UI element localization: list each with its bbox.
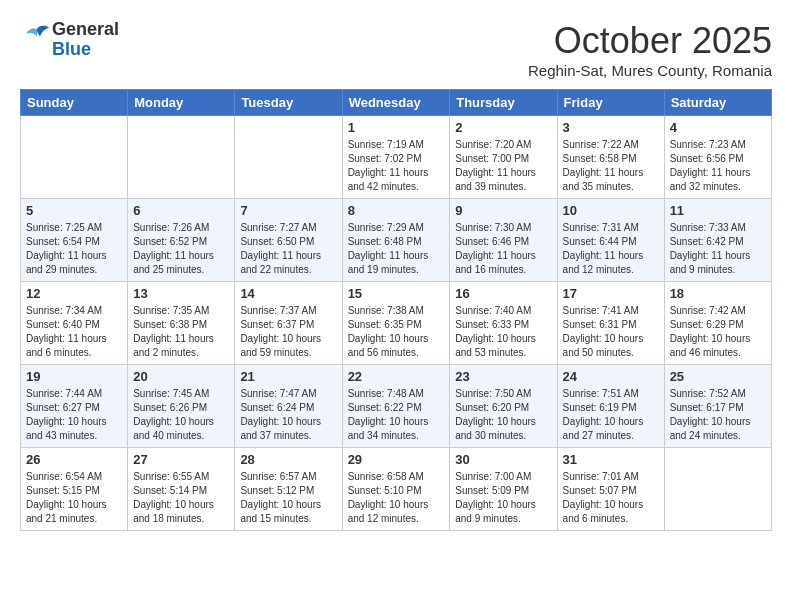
calendar-day-cell: 29Sunrise: 6:58 AMSunset: 5:10 PMDayligh… xyxy=(342,448,450,531)
day-number: 24 xyxy=(563,369,659,384)
day-number: 29 xyxy=(348,452,445,467)
calendar-day-cell xyxy=(664,448,771,531)
day-number: 15 xyxy=(348,286,445,301)
logo-icon xyxy=(22,23,52,53)
day-number: 21 xyxy=(240,369,336,384)
day-info: Sunrise: 7:22 AMSunset: 6:58 PMDaylight:… xyxy=(563,138,659,194)
day-info: Sunrise: 7:38 AMSunset: 6:35 PMDaylight:… xyxy=(348,304,445,360)
day-info: Sunrise: 7:51 AMSunset: 6:19 PMDaylight:… xyxy=(563,387,659,443)
day-info: Sunrise: 6:54 AMSunset: 5:15 PMDaylight:… xyxy=(26,470,122,526)
day-number: 31 xyxy=(563,452,659,467)
calendar-day-cell: 30Sunrise: 7:00 AMSunset: 5:09 PMDayligh… xyxy=(450,448,557,531)
calendar-day-cell xyxy=(21,116,128,199)
day-number: 3 xyxy=(563,120,659,135)
calendar-day-cell: 2Sunrise: 7:20 AMSunset: 7:00 PMDaylight… xyxy=(450,116,557,199)
day-number: 18 xyxy=(670,286,766,301)
location-subtitle: Reghin-Sat, Mures County, Romania xyxy=(528,62,772,79)
day-info: Sunrise: 6:57 AMSunset: 5:12 PMDaylight:… xyxy=(240,470,336,526)
calendar-day-cell: 31Sunrise: 7:01 AMSunset: 5:07 PMDayligh… xyxy=(557,448,664,531)
day-number: 20 xyxy=(133,369,229,384)
day-info: Sunrise: 7:42 AMSunset: 6:29 PMDaylight:… xyxy=(670,304,766,360)
calendar-day-cell: 16Sunrise: 7:40 AMSunset: 6:33 PMDayligh… xyxy=(450,282,557,365)
day-number: 26 xyxy=(26,452,122,467)
day-number: 8 xyxy=(348,203,445,218)
calendar-day-cell: 1Sunrise: 7:19 AMSunset: 7:02 PMDaylight… xyxy=(342,116,450,199)
calendar-day-cell: 19Sunrise: 7:44 AMSunset: 6:27 PMDayligh… xyxy=(21,365,128,448)
day-info: Sunrise: 7:37 AMSunset: 6:37 PMDaylight:… xyxy=(240,304,336,360)
logo-text: General Blue xyxy=(52,20,119,60)
calendar-day-cell: 4Sunrise: 7:23 AMSunset: 6:56 PMDaylight… xyxy=(664,116,771,199)
col-monday: Monday xyxy=(128,90,235,116)
day-info: Sunrise: 7:33 AMSunset: 6:42 PMDaylight:… xyxy=(670,221,766,277)
day-info: Sunrise: 7:01 AMSunset: 5:07 PMDaylight:… xyxy=(563,470,659,526)
calendar-day-cell: 11Sunrise: 7:33 AMSunset: 6:42 PMDayligh… xyxy=(664,199,771,282)
day-number: 9 xyxy=(455,203,551,218)
day-number: 19 xyxy=(26,369,122,384)
day-number: 12 xyxy=(26,286,122,301)
day-info: Sunrise: 7:41 AMSunset: 6:31 PMDaylight:… xyxy=(563,304,659,360)
calendar-week-2: 5Sunrise: 7:25 AMSunset: 6:54 PMDaylight… xyxy=(21,199,772,282)
calendar-day-cell: 3Sunrise: 7:22 AMSunset: 6:58 PMDaylight… xyxy=(557,116,664,199)
calendar-day-cell: 27Sunrise: 6:55 AMSunset: 5:14 PMDayligh… xyxy=(128,448,235,531)
calendar-day-cell xyxy=(235,116,342,199)
calendar-day-cell: 21Sunrise: 7:47 AMSunset: 6:24 PMDayligh… xyxy=(235,365,342,448)
calendar-day-cell xyxy=(128,116,235,199)
day-info: Sunrise: 7:40 AMSunset: 6:33 PMDaylight:… xyxy=(455,304,551,360)
month-title: October 2025 xyxy=(528,20,772,62)
calendar-day-cell: 14Sunrise: 7:37 AMSunset: 6:37 PMDayligh… xyxy=(235,282,342,365)
day-info: Sunrise: 7:30 AMSunset: 6:46 PMDaylight:… xyxy=(455,221,551,277)
day-number: 30 xyxy=(455,452,551,467)
day-number: 22 xyxy=(348,369,445,384)
day-info: Sunrise: 7:34 AMSunset: 6:40 PMDaylight:… xyxy=(26,304,122,360)
col-friday: Friday xyxy=(557,90,664,116)
day-info: Sunrise: 7:35 AMSunset: 6:38 PMDaylight:… xyxy=(133,304,229,360)
day-number: 10 xyxy=(563,203,659,218)
day-info: Sunrise: 7:26 AMSunset: 6:52 PMDaylight:… xyxy=(133,221,229,277)
day-info: Sunrise: 7:31 AMSunset: 6:44 PMDaylight:… xyxy=(563,221,659,277)
calendar-day-cell: 9Sunrise: 7:30 AMSunset: 6:46 PMDaylight… xyxy=(450,199,557,282)
day-number: 27 xyxy=(133,452,229,467)
day-number: 11 xyxy=(670,203,766,218)
day-info: Sunrise: 7:29 AMSunset: 6:48 PMDaylight:… xyxy=(348,221,445,277)
day-info: Sunrise: 7:20 AMSunset: 7:00 PMDaylight:… xyxy=(455,138,551,194)
calendar-week-5: 26Sunrise: 6:54 AMSunset: 5:15 PMDayligh… xyxy=(21,448,772,531)
calendar-day-cell: 15Sunrise: 7:38 AMSunset: 6:35 PMDayligh… xyxy=(342,282,450,365)
col-sunday: Sunday xyxy=(21,90,128,116)
calendar-day-cell: 24Sunrise: 7:51 AMSunset: 6:19 PMDayligh… xyxy=(557,365,664,448)
day-info: Sunrise: 7:25 AMSunset: 6:54 PMDaylight:… xyxy=(26,221,122,277)
day-info: Sunrise: 6:58 AMSunset: 5:10 PMDaylight:… xyxy=(348,470,445,526)
day-info: Sunrise: 7:48 AMSunset: 6:22 PMDaylight:… xyxy=(348,387,445,443)
calendar-day-cell: 28Sunrise: 6:57 AMSunset: 5:12 PMDayligh… xyxy=(235,448,342,531)
calendar-day-cell: 22Sunrise: 7:48 AMSunset: 6:22 PMDayligh… xyxy=(342,365,450,448)
calendar-week-3: 12Sunrise: 7:34 AMSunset: 6:40 PMDayligh… xyxy=(21,282,772,365)
day-number: 13 xyxy=(133,286,229,301)
calendar-day-cell: 7Sunrise: 7:27 AMSunset: 6:50 PMDaylight… xyxy=(235,199,342,282)
calendar-day-cell: 17Sunrise: 7:41 AMSunset: 6:31 PMDayligh… xyxy=(557,282,664,365)
calendar-week-1: 1Sunrise: 7:19 AMSunset: 7:02 PMDaylight… xyxy=(21,116,772,199)
calendar-day-cell: 26Sunrise: 6:54 AMSunset: 5:15 PMDayligh… xyxy=(21,448,128,531)
day-info: Sunrise: 7:47 AMSunset: 6:24 PMDaylight:… xyxy=(240,387,336,443)
day-info: Sunrise: 7:45 AMSunset: 6:26 PMDaylight:… xyxy=(133,387,229,443)
day-number: 4 xyxy=(670,120,766,135)
calendar-day-cell: 5Sunrise: 7:25 AMSunset: 6:54 PMDaylight… xyxy=(21,199,128,282)
day-number: 25 xyxy=(670,369,766,384)
col-thursday: Thursday xyxy=(450,90,557,116)
day-info: Sunrise: 6:55 AMSunset: 5:14 PMDaylight:… xyxy=(133,470,229,526)
day-number: 1 xyxy=(348,120,445,135)
day-number: 7 xyxy=(240,203,336,218)
col-saturday: Saturday xyxy=(664,90,771,116)
calendar-table: Sunday Monday Tuesday Wednesday Thursday… xyxy=(20,89,772,531)
calendar-day-cell: 8Sunrise: 7:29 AMSunset: 6:48 PMDaylight… xyxy=(342,199,450,282)
day-info: Sunrise: 7:19 AMSunset: 7:02 PMDaylight:… xyxy=(348,138,445,194)
day-number: 16 xyxy=(455,286,551,301)
logo: General Blue xyxy=(20,20,119,60)
day-number: 2 xyxy=(455,120,551,135)
day-number: 17 xyxy=(563,286,659,301)
day-number: 5 xyxy=(26,203,122,218)
calendar-day-cell: 12Sunrise: 7:34 AMSunset: 6:40 PMDayligh… xyxy=(21,282,128,365)
col-tuesday: Tuesday xyxy=(235,90,342,116)
calendar-week-4: 19Sunrise: 7:44 AMSunset: 6:27 PMDayligh… xyxy=(21,365,772,448)
calendar-day-cell: 20Sunrise: 7:45 AMSunset: 6:26 PMDayligh… xyxy=(128,365,235,448)
col-wednesday: Wednesday xyxy=(342,90,450,116)
day-number: 23 xyxy=(455,369,551,384)
